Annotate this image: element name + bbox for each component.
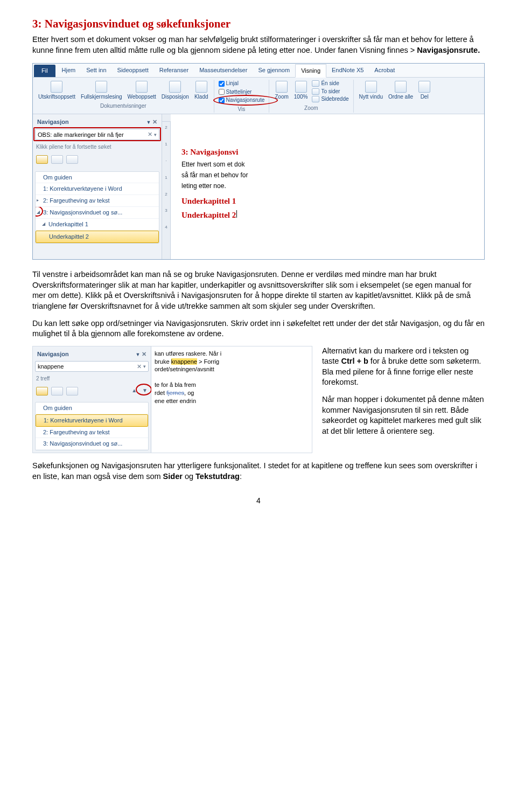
nav-item-omguiden[interactable]: Om guiden	[36, 172, 159, 184]
page-number: 4	[32, 496, 485, 506]
nav-tab-pages-2[interactable]	[51, 387, 63, 395]
arrangeall-icon	[395, 81, 407, 93]
nav2-item-omguiden[interactable]: Om guiden	[36, 402, 148, 414]
btn-del[interactable]: Del	[417, 80, 431, 101]
check-linjal[interactable]: Linjal	[219, 80, 265, 87]
btn-kladd[interactable]: Kladd	[193, 80, 209, 101]
nav-tab-results-2[interactable]	[66, 387, 78, 395]
final-paragraph: Søkefunksjonen og Navigasjonsruten har y…	[32, 461, 485, 482]
nav-dropdown-icon-2[interactable]: ▼ ✕	[136, 350, 146, 358]
word-ribbon: Fil Hjem Sett inn Sideoppsett Referanser…	[32, 63, 485, 260]
nav-tab-results[interactable]	[66, 155, 78, 164]
intro-paragraph: Etter hvert som et dokument vokser og ma…	[32, 34, 485, 55]
btn-enside[interactable]: Én side	[312, 80, 348, 87]
btn-zoom[interactable]: Zoom	[274, 80, 290, 101]
tab-endnote[interactable]: EndNote X5	[326, 64, 369, 77]
group-vis: Linjal Støttelinjer Navigasjonsrute Vis	[214, 80, 270, 113]
nav2-item-1[interactable]: 1: Korrekturverktøyene i Word	[36, 414, 148, 427]
nav-search-box-2[interactable]: ✕ ▾	[35, 361, 149, 372]
checkbox-linjal[interactable]	[219, 81, 225, 87]
intro-bold: Navigasjonsrute.	[417, 46, 480, 54]
frag-l3: ordet/setningen/avsnitt	[155, 365, 309, 373]
btn-ordnealle[interactable]: Ordne alle	[387, 80, 414, 101]
nav-heading-list: Om guiden 1: Korrekturverktøyene i Word …	[35, 171, 159, 244]
section-heading: 3: Navigasjonsvinduet og søkefunksjoner	[32, 16, 485, 31]
intro-text: Etter hvert som et dokument vokser og ma…	[32, 35, 474, 54]
split-icon	[418, 81, 430, 93]
close-icon-2[interactable]: ✕	[142, 351, 146, 357]
nav-item-1[interactable]: 1: Korrekturverktøyene i Word	[36, 183, 159, 195]
doc-fragment: kan utføres raskere. Når i bruke knappen…	[151, 346, 312, 408]
doc-heading: 3: Navigasjonsvi	[181, 147, 484, 157]
navigation-pane-2: Navigasjon ▼ ✕ ✕ ▾ 2 treff ▲ ▼ Om guiden	[33, 346, 151, 453]
tab-settinn[interactable]: Sett inn	[81, 64, 111, 77]
tab-referanser[interactable]: Referanser	[154, 64, 194, 77]
close-icon[interactable]: ✕	[152, 119, 157, 125]
btn-100[interactable]: 100%	[293, 80, 309, 101]
book-icon	[95, 81, 107, 93]
ruler-vertical: 21·1234	[162, 114, 171, 259]
tab-fil[interactable]: Fil	[34, 65, 55, 77]
tab-hjem[interactable]: Hjem	[57, 64, 81, 77]
figure2-wrap: Navigasjon ▼ ✕ ✕ ▾ 2 treff ▲ ▼ Om guiden	[32, 346, 485, 454]
frag-l1: kan utføres raskere. Når i	[155, 350, 309, 358]
red-highlight-oval-navrute	[213, 95, 278, 106]
red-highlight-searchbox	[33, 127, 161, 141]
checkbox-stottelinjer[interactable]	[219, 89, 225, 95]
btn-weboppsett[interactable]: Weboppsett	[127, 80, 157, 101]
search-dropdown-icon-2[interactable]: ▾	[143, 363, 146, 370]
tab-sideoppsett[interactable]: Sideoppsett	[112, 64, 154, 77]
magnifier-icon	[276, 81, 288, 93]
doc-sub1: Underkapittel 1	[181, 196, 484, 206]
hundred-icon	[295, 81, 307, 93]
group-zoom: Zoom 100% Én side To sider Sidebredde Zo…	[269, 80, 353, 113]
para-after-fig1-a: Til venstre i arbeidsområdet kan man nå …	[32, 269, 485, 311]
nav-item-3[interactable]: ◢ 3: Navigasjonsvinduet og sø...	[36, 207, 159, 219]
nav2-item-2[interactable]: 2: Fargeutheving av tekst	[36, 427, 148, 439]
tab-visning[interactable]: Visning	[295, 64, 326, 78]
nav2-item-3[interactable]: 3: Navigasjonsvinduet og sø...	[36, 438, 148, 450]
nav-heading-list-2: Om guiden 1: Korrekturverktøyene i Word …	[35, 402, 149, 450]
frag-l5: rdet fjernes, og	[155, 389, 309, 397]
twopage-icon	[312, 88, 319, 95]
newwindow-icon	[365, 81, 377, 93]
right-text-block: Alternativt kan du markere ord i teksten…	[322, 346, 485, 443]
clear-search-icon-2[interactable]: ✕	[135, 363, 143, 371]
collapse-triangle-icon[interactable]: ▸	[37, 198, 39, 204]
btn-utskriftsoppsett[interactable]: Utskriftsoppsett	[37, 80, 76, 101]
leaf-triangle-icon: ◢	[42, 221, 45, 227]
ribbon-body: Utskriftsoppsett Fullskjermslesing Webop…	[33, 78, 484, 114]
figure-word-ribbon: Fil Hjem Sett inn Sideoppsett Referanser…	[32, 63, 485, 260]
group-label-window	[394, 102, 395, 110]
btn-disposisjon[interactable]: Disposisjon	[160, 80, 190, 101]
nav-dropdown-icon[interactable]: ▼ ✕	[146, 118, 157, 126]
nav-item-uk2[interactable]: Underkapittel 2	[36, 231, 159, 243]
tab-segjennom[interactable]: Se gjennom	[253, 64, 295, 77]
doc-line2: så får man et behov for	[181, 171, 484, 179]
ctrl-b: Ctrl + b	[341, 357, 368, 365]
btn-nyttvindu[interactable]: Nytt vindu	[358, 80, 384, 101]
nav-item-uk1[interactable]: ◢Underkapittel 1	[36, 219, 159, 231]
frag-l4: te for å bla frem	[155, 381, 309, 389]
nav-tab-pages[interactable]	[51, 155, 63, 164]
nav-tab-headings[interactable]	[36, 155, 48, 164]
doc-line3: leting etter noe.	[181, 182, 484, 190]
btn-tosider[interactable]: To sider	[312, 88, 348, 95]
ribbon-tabs: Fil Hjem Sett inn Sideoppsett Referanser…	[33, 64, 484, 78]
red-highlight-oval-triangle	[36, 207, 43, 217]
btn-fullskjermslesing[interactable]: Fullskjermslesing	[80, 80, 123, 101]
tab-masseutsendelser[interactable]: Masseutsendelser	[194, 64, 253, 77]
pagewidth-icon	[312, 96, 319, 102]
final-bold-tekstutdrag: Tekstutdrag	[195, 472, 240, 481]
draft-icon	[195, 81, 207, 93]
nav-title: Navigasjon ▼ ✕	[35, 116, 159, 128]
tab-acrobat[interactable]: Acrobat	[369, 64, 400, 77]
nav-item-2[interactable]: ▸2: Fargeutheving av tekst	[36, 195, 159, 207]
search-input-2[interactable]	[38, 363, 135, 370]
btn-sidebredde[interactable]: Sidebredde	[312, 95, 348, 103]
navigation-pane: Navigasjon ▼ ✕ ✕ ▾ Klikk pilene for å fo…	[33, 114, 162, 259]
final-bold-sider: Sider	[163, 472, 183, 481]
nav-tab-headings-2[interactable]	[36, 387, 48, 395]
check-stottelinjer[interactable]: Støttelinjer	[219, 88, 265, 96]
document-area: 3: Navigasjonsvi Etter hvert som et dok …	[171, 114, 484, 259]
